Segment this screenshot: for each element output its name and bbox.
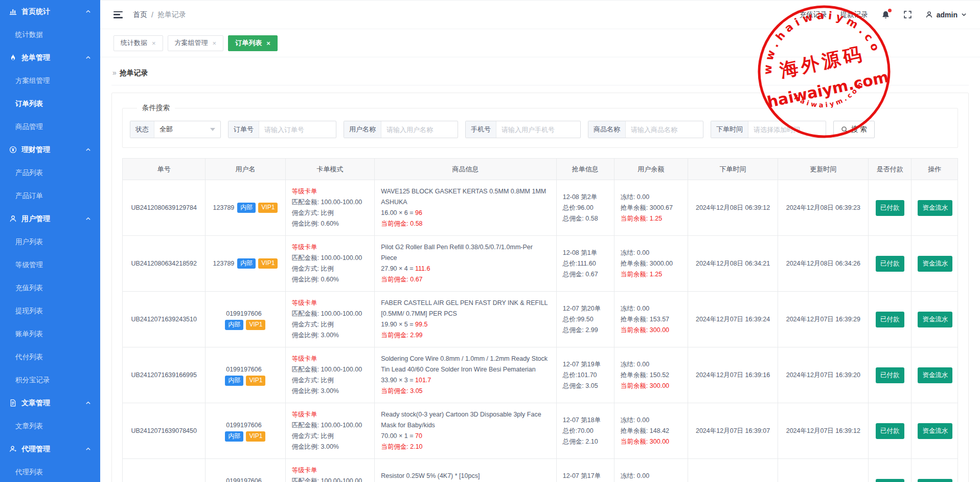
sidebar-item[interactable]: 充值列表 xyxy=(0,276,100,299)
notification-bell-icon[interactable] xyxy=(881,10,890,19)
vip-badge: VIP1 xyxy=(258,203,278,213)
card-mode-ratio: 佣金比例: 0.60% xyxy=(292,218,369,229)
product-name: WAVE125 BLOCK GASKET KERTAS 0.5MM 0.8MM … xyxy=(381,186,550,208)
fund-flow-button[interactable]: 资金流水 xyxy=(918,367,952,383)
cell-order-no: UB2412071639078450 xyxy=(123,403,206,459)
search-button-label: 搜 索 xyxy=(851,125,867,134)
cell-order-time: 2024年12月08日 06:39:12 xyxy=(688,180,778,236)
grab-total: 总价:96.00 xyxy=(563,203,608,213)
paid-status-badge[interactable]: 已付款 xyxy=(876,256,904,272)
update-time: 2024年12月07日 16:39:29 xyxy=(786,316,860,323)
cell-product: Resistor 0.25W 5% (4K7) * [10pcs]10.00 ×… xyxy=(375,459,557,482)
search-button[interactable]: 搜 索 xyxy=(833,121,875,138)
order-time-input[interactable] xyxy=(748,121,826,138)
card-mode-match: 匹配金额: 100.00-100.00 xyxy=(292,309,369,319)
sidebar-item[interactable]: 产品订单 xyxy=(0,184,100,207)
tab-0[interactable]: 统计数据× xyxy=(113,35,163,51)
cell-update-time: 2024年12月07日 16:39:20 xyxy=(778,347,869,403)
menu-toggle-icon[interactable] xyxy=(113,11,123,18)
current-balance: 当前余额: 300.00 xyxy=(621,325,681,336)
tab-label: 订单列表 xyxy=(235,38,262,48)
order-time-label: 下单时间 xyxy=(711,121,748,138)
tab-1[interactable]: 方案组管理× xyxy=(168,35,224,51)
sidebar-item[interactable]: 用户列表 xyxy=(0,230,100,253)
cell-card-mode: 等级卡单匹配金额: 100.00-100.00佣金方式: 比例佣金比例: 3.0… xyxy=(285,459,375,482)
sidebar-item[interactable]: 代理列表 xyxy=(0,461,100,482)
product-name: FABER CASTELL AIR GEL PEN FAST DRY INK &… xyxy=(381,298,550,319)
cell-product: WAVE125 BLOCK GASKET KERTAS 0.5MM 0.8MM … xyxy=(375,180,557,236)
username: 0199197606 xyxy=(226,310,262,317)
fullscreen-icon[interactable] xyxy=(903,10,912,19)
card-mode-method: 佣金方式: 比例 xyxy=(292,319,369,330)
product-name-input[interactable] xyxy=(626,121,703,138)
tab-close-icon[interactable]: × xyxy=(266,40,270,47)
sidebar-section-agent[interactable]: 代理管理 xyxy=(0,437,100,461)
sidebar-section-money[interactable]: 理财管理 xyxy=(0,138,100,161)
sidebar-item[interactable]: 统计数据 xyxy=(0,23,100,46)
order-time-filter: 下单时间 xyxy=(711,121,826,138)
search-icon xyxy=(841,126,848,133)
sidebar-item[interactable]: 商品管理 xyxy=(0,115,100,138)
paid-status-badge[interactable]: 已付款 xyxy=(876,312,904,327)
vip-badge: VIP1 xyxy=(258,258,278,269)
table-row: UB24120716392435100199197606内部VIP1等级卡单匹配… xyxy=(123,292,958,347)
sidebar-item[interactable]: 方案组管理 xyxy=(0,69,100,92)
paid-status-badge[interactable]: 已付款 xyxy=(876,423,904,439)
sidebar-section-doc[interactable]: 文章管理 xyxy=(0,391,100,414)
grab-balance: 抢单余额: 3000.00 xyxy=(621,258,681,269)
paid-status-badge[interactable]: 已付款 xyxy=(876,367,904,383)
sidebar-item[interactable]: 提现列表 xyxy=(0,299,100,322)
paid-status-badge[interactable]: 已付款 xyxy=(876,200,904,216)
sidebar-item[interactable]: 订单列表 xyxy=(0,92,100,115)
username: 123789 xyxy=(213,260,235,267)
cell-action: 资金流水 xyxy=(911,180,958,236)
sidebar-item[interactable]: 等级管理 xyxy=(0,253,100,276)
sidebar-item[interactable]: 产品列表 xyxy=(0,161,100,184)
sidebar-item[interactable]: 文章列表 xyxy=(0,414,100,437)
sidebar-item[interactable]: 积分宝记录 xyxy=(0,368,100,391)
tab-close-icon[interactable]: × xyxy=(213,40,217,47)
card-mode-match: 匹配金额: 100.00-100.00 xyxy=(292,476,369,482)
grab-commission: 总佣金: 3.05 xyxy=(563,381,608,391)
current-balance: 当前余额: 1.25 xyxy=(621,213,681,224)
grab-total: 总价:111.60 xyxy=(563,258,608,269)
tab-active[interactable]: 订单列表× xyxy=(228,35,278,51)
fund-flow-button[interactable]: 资金流水 xyxy=(918,423,952,439)
sidebar-section-chart[interactable]: 首页统计 xyxy=(0,0,100,23)
internal-badge: 内部 xyxy=(225,431,243,442)
cell-grab-info: 12-07 第17单总价:100.00总佣金: 3.00 xyxy=(556,459,614,482)
column-header: 用户余额 xyxy=(614,159,688,180)
cell-paid-status: 已付款 xyxy=(869,180,911,236)
sidebar-item[interactable]: 账单列表 xyxy=(0,322,100,345)
fund-flow-button[interactable]: 资金流水 xyxy=(918,200,952,216)
fund-flow-button[interactable]: 资金流水 xyxy=(918,479,952,482)
orders-table: 单号用户名卡单模式商品信息抢单信息用户余额下单时间更新时间是否付款操作 UB24… xyxy=(122,158,958,482)
fund-flow-button[interactable]: 资金流水 xyxy=(918,312,952,327)
sidebar-section-user[interactable]: 用户管理 xyxy=(0,207,100,230)
sidebar-section-fire[interactable]: 抢单管理 xyxy=(0,46,100,69)
tab-close-icon[interactable]: × xyxy=(152,40,156,47)
user-menu[interactable]: admin xyxy=(925,11,967,19)
formula-prefix: 70.00 × 1 = xyxy=(381,432,415,440)
phone-input[interactable] xyxy=(496,121,580,138)
breadcrumb: 首页 / 抢单记录 xyxy=(133,10,186,19)
cell-action: 资金流水 xyxy=(911,292,958,347)
recharge-records-link[interactable]: 充值记录 xyxy=(800,10,827,19)
product-formula: 27.90 × 4 = 111.6 xyxy=(381,264,550,274)
order-no-input[interactable] xyxy=(259,121,336,138)
fund-flow-button[interactable]: 资金流水 xyxy=(918,256,952,272)
product-formula: 19.90 × 5 = 99.5 xyxy=(381,319,550,330)
current-commission: 当前佣金: 2.10 xyxy=(381,442,550,452)
breadcrumb-home[interactable]: 首页 xyxy=(133,10,147,19)
withdraw-records-link[interactable]: 提款记录 xyxy=(840,10,868,19)
sidebar-item[interactable]: 代付列表 xyxy=(0,345,100,368)
cell-balance: 冻结: 0.00抢单余额: 150.52当前余额: 300.00 xyxy=(614,347,688,403)
cell-action: 资金流水 xyxy=(911,403,958,459)
chevron-up-icon xyxy=(85,399,91,407)
cell-order-time: 2024年12月07日 16:39:24 xyxy=(688,292,778,347)
username-filter: 用户名称 xyxy=(344,121,458,138)
column-header: 是否付款 xyxy=(869,159,911,180)
status-select[interactable]: 全部 xyxy=(154,121,220,138)
paid-status-badge[interactable]: 已付款 xyxy=(876,479,904,482)
username-input[interactable] xyxy=(381,121,458,138)
